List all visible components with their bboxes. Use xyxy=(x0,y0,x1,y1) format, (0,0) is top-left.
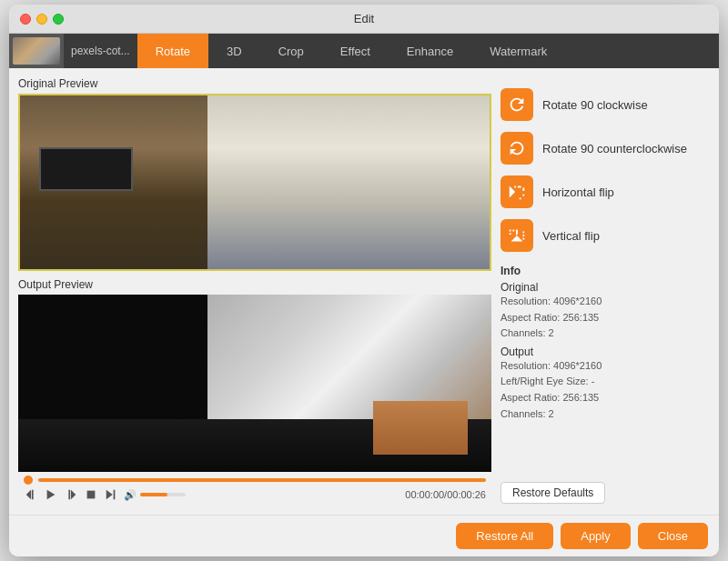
play-button[interactable] xyxy=(44,487,58,502)
info-panel: Info Original Resolution: 4096*2160 Aspe… xyxy=(500,261,710,475)
info-title: Info xyxy=(500,265,710,277)
original-preview-video xyxy=(18,94,491,271)
volume-control: 🔊 xyxy=(124,489,186,501)
info-output-resolution: Resolution: 4096*2160 xyxy=(500,358,710,375)
flip-v-label: Vertical flip xyxy=(542,229,600,243)
output-preview-section: Output Preview xyxy=(18,278,491,506)
original-preview-section: Original Preview xyxy=(18,77,491,271)
rotate-ccw-icon xyxy=(500,132,533,165)
end-button[interactable] xyxy=(104,487,118,502)
step-back-button[interactable] xyxy=(24,487,38,502)
volume-fill xyxy=(140,493,167,496)
tab-rotate[interactable]: Rotate xyxy=(137,34,208,68)
close-traffic-light[interactable] xyxy=(20,14,31,25)
tab-bar: Rotate 3D Crop Effect Enhance Watermark xyxy=(137,34,719,68)
svg-marker-2 xyxy=(47,490,56,500)
rotate-ccw-button[interactable]: Rotate 90 counterclockwise xyxy=(500,130,710,166)
thumbnail-image xyxy=(13,37,60,65)
volume-icon: 🔊 xyxy=(124,489,136,501)
svg-rect-1 xyxy=(32,490,34,500)
svg-marker-6 xyxy=(106,490,113,500)
info-original-channels: Channels: 2 xyxy=(500,326,710,342)
original-preview-label: Original Preview xyxy=(18,77,491,90)
info-output-eye-size: Left/Right Eye Size: - xyxy=(500,374,710,390)
stop-button[interactable] xyxy=(84,487,98,502)
window-title: Edit xyxy=(354,12,374,25)
restore-defaults-button[interactable]: Restore Defaults xyxy=(500,482,605,504)
flip-h-button[interactable]: Horizontal flip xyxy=(500,174,710,210)
rotate-ccw-label: Rotate 90 counterclockwise xyxy=(542,142,687,155)
titlebar: Edit xyxy=(9,5,719,34)
flip-h-icon xyxy=(500,175,533,208)
tab-effect[interactable]: Effect xyxy=(322,34,389,68)
output-building xyxy=(373,401,468,455)
filename-label: pexels-cot... xyxy=(64,34,137,68)
player-controls: 🔊 00:00:00/00:00:26 xyxy=(24,487,486,502)
minimize-traffic-light[interactable] xyxy=(36,14,47,25)
toolbar: pexels-cot... Rotate 3D Crop Effect Enha… xyxy=(9,34,719,68)
info-output-title: Output xyxy=(500,346,710,358)
main-content: Original Preview Output Preview xyxy=(9,68,719,515)
output-preview-label: Output Preview xyxy=(18,278,491,291)
apply-button[interactable]: Apply xyxy=(561,523,631,549)
timecode: 00:00:00/00:00:26 xyxy=(405,489,486,500)
info-output-channels: Channels: 2 xyxy=(500,406,710,423)
curtain-area xyxy=(405,95,490,269)
tab-crop[interactable]: Crop xyxy=(260,34,322,68)
svg-rect-7 xyxy=(114,490,116,500)
maximize-traffic-light[interactable] xyxy=(53,14,64,25)
volume-bar[interactable] xyxy=(140,493,186,496)
flip-h-label: Horizontal flip xyxy=(542,185,614,199)
svg-marker-3 xyxy=(71,490,76,500)
tab-3d[interactable]: 3D xyxy=(208,34,260,68)
flip-v-icon xyxy=(500,219,533,252)
left-panel: Original Preview Output Preview xyxy=(18,77,491,506)
tab-enhance[interactable]: Enhance xyxy=(389,34,471,68)
progress-handle[interactable] xyxy=(24,476,33,485)
progress-bar-container xyxy=(24,476,486,485)
info-original-title: Original xyxy=(500,281,710,294)
progress-track[interactable] xyxy=(38,478,486,482)
tv-display xyxy=(39,147,133,191)
svg-rect-4 xyxy=(68,490,70,500)
svg-rect-5 xyxy=(87,491,96,499)
edit-window: Edit pexels-cot... Rotate 3D Crop Effect… xyxy=(9,5,719,556)
rotate-cw-button[interactable]: Rotate 90 clockwise xyxy=(500,86,710,123)
right-panel: Rotate 90 clockwise Rotate 90 counterclo… xyxy=(500,77,710,506)
close-button[interactable]: Close xyxy=(638,523,708,549)
info-original-resolution: Resolution: 4096*2160 xyxy=(500,294,710,310)
info-original-aspect: Aspect Ratio: 256:135 xyxy=(500,310,710,326)
step-forward-button[interactable] xyxy=(64,487,78,502)
restore-all-button[interactable]: Restore All xyxy=(456,523,553,549)
rotate-actions: Rotate 90 clockwise Rotate 90 counterclo… xyxy=(500,77,710,254)
flip-v-button[interactable]: Vertical flip xyxy=(500,217,710,254)
info-output-aspect: Aspect Ratio: 256:135 xyxy=(500,390,710,406)
room-image xyxy=(20,95,490,269)
player-bar: 🔊 00:00:00/00:00:26 xyxy=(18,472,491,506)
traffic-lights xyxy=(20,14,64,25)
tab-watermark[interactable]: Watermark xyxy=(471,34,565,68)
bottom-bar: Restore All Apply Close xyxy=(9,515,719,556)
svg-marker-0 xyxy=(26,490,31,500)
room-right-area xyxy=(207,95,490,269)
file-thumbnail xyxy=(9,34,64,68)
rotate-cw-label: Rotate 90 clockwise xyxy=(542,98,648,112)
rotate-cw-icon xyxy=(500,88,533,121)
output-preview-video xyxy=(18,295,491,472)
room-left-area xyxy=(20,95,207,269)
